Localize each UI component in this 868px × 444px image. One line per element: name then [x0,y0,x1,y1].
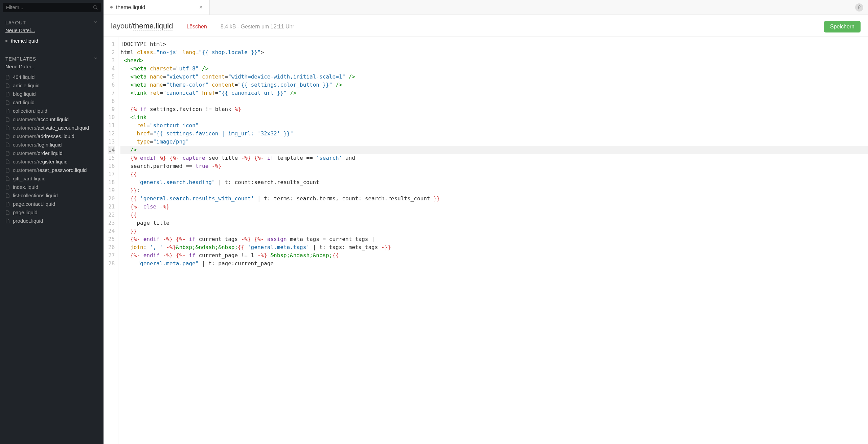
line-number: 6 [108,81,115,89]
file-item[interactable]: page.liquid [0,208,104,217]
line-number: 4 [108,65,115,73]
file-item[interactable]: customers/register.liquid [0,157,104,166]
file-item[interactable]: gift_card.liquid [0,174,104,183]
line-number: 11 [108,121,115,130]
code-line[interactable]: {% if settings.favicon != blank %} [120,105,868,113]
code-editor[interactable]: 1234567891011121314151617181920212223242… [104,37,868,444]
search-icon [93,5,98,10]
line-number: 5 [108,73,115,81]
file-label: collection.liquid [13,108,47,114]
section-header[interactable]: LAYOUT [0,15,104,27]
code-line[interactable]: search.performed == true -%} [120,162,868,170]
sidebar: LAYOUTNeue Datei...theme.liquidTEMPLATES… [0,0,104,444]
file-item[interactable]: customers/activate_account.liquid [0,124,104,132]
code-line[interactable]: join: ', ' -%}&nbsp;&ndash;&nbsp;{{ 'gen… [120,243,868,251]
file-item[interactable]: article.liquid [0,81,104,90]
file-item[interactable]: customers/reset_password.liquid [0,166,104,174]
line-number: 18 [108,178,115,186]
file-meta: 8.4 kB - Gestern um 12:11 Uhr [221,24,294,30]
code-line[interactable]: /> [120,146,868,154]
delete-link[interactable]: Löschen [186,24,207,30]
main-area: theme.liquid × β layout/theme.liquid Lös… [104,0,868,444]
code-line[interactable]: rel="shortcut icon" [120,121,868,130]
modified-dot-icon [110,6,113,8]
search-input[interactable] [6,5,91,10]
file-label: page.contact.liquid [13,201,55,207]
new-file-link[interactable]: Neue Datei... [0,27,104,37]
file-item[interactable]: theme.liquid [0,37,104,45]
code-line[interactable]: <link rel="canonical" href="{{ canonical… [120,89,868,97]
file-item[interactable]: blog.liquid [0,90,104,98]
tab-active[interactable]: theme.liquid × [104,0,210,15]
line-number: 16 [108,162,115,170]
line-number: 24 [108,227,115,235]
code-line[interactable]: <meta name="viewport" content="width=dev… [120,73,868,81]
code-line[interactable]: {%- else -%} [120,203,868,211]
file-label: list-collections.liquid [13,193,58,198]
file-item[interactable]: index.liquid [0,183,104,191]
file-label: customers/addresses.liquid [13,133,74,139]
file-item[interactable]: customers/order.liquid [0,149,104,157]
chevron-down-icon [93,56,98,62]
file-item[interactable]: 404.liquid [0,73,104,81]
file-item[interactable]: customers/addresses.liquid [0,132,104,140]
line-gutter: 1234567891011121314151617181920212223242… [104,37,118,444]
new-file-link[interactable]: Neue Datei... [0,63,104,73]
file-label: article.liquid [13,83,40,88]
file-label: gift_card.liquid [13,176,46,181]
code-line[interactable]: {{ 'general.search.results_with_count' |… [120,195,868,203]
code-line[interactable]: }} [120,227,868,235]
code-line[interactable] [120,97,868,105]
line-number: 1 [108,40,115,48]
file-icon [5,168,9,173]
code-line[interactable]: {{ [120,170,868,178]
file-label: blog.liquid [13,91,36,97]
code-line[interactable]: {% endif %} {%- capture seo_title -%} {%… [120,154,868,162]
line-number: 20 [108,195,115,203]
file-label: customers/login.liquid [13,142,62,148]
code-line[interactable]: "general.search.heading" | t: count:sear… [120,178,868,186]
tab-close-icon[interactable]: × [199,4,202,10]
code-line[interactable]: <link [120,113,868,121]
code-line[interactable]: <head> [120,57,868,65]
search-box[interactable] [3,3,101,12]
code-line[interactable]: {%- endif -%} {%- if current_tags -%} {%… [120,235,868,243]
file-label: customers/account.liquid [13,116,69,122]
code-line[interactable]: type="image/png" [120,138,868,146]
file-item[interactable]: customers/account.liquid [0,115,104,124]
section-header[interactable]: TEMPLATES [0,51,104,63]
tab-bar: theme.liquid × β [104,0,868,15]
file-item[interactable]: cart.liquid [0,98,104,107]
file-item[interactable]: collection.liquid [0,107,104,115]
code-line[interactable]: href="{{ settings.favicon | img_url: '32… [120,130,868,138]
file-item[interactable]: product.liquid [0,217,104,225]
file-list: theme.liquid [0,37,104,51]
code-line[interactable]: "general.meta.page" | t: page:current_pa… [120,260,868,268]
line-number: 9 [108,105,115,113]
code-line[interactable]: <meta charset="utf-8" /> [120,65,868,73]
breadcrumb: layout/theme.liquid [111,22,173,30]
breadcrumb-filename[interactable]: theme.liquid [133,22,173,30]
file-item[interactable]: page.contact.liquid [0,200,104,208]
file-icon [5,193,9,198]
code-line[interactable]: {{ [120,211,868,219]
file-item[interactable]: list-collections.liquid [0,191,104,200]
code-line[interactable]: {%- endif -%} {%- if current_page != 1 -… [120,251,868,260]
file-list: 404.liquidarticle.liquidblog.liquidcart.… [0,73,104,231]
file-icon [5,117,9,122]
file-item[interactable]: customers/login.liquid [0,140,104,149]
code-line[interactable]: page_title [120,219,868,227]
code-line[interactable]: html class="no-js" lang="{{ shop.locale … [120,48,868,57]
file-label: page.liquid [13,209,38,215]
code-content[interactable]: !DOCTYPE html>html class="no-js" lang="{… [118,37,868,444]
file-label: cart.liquid [13,99,35,105]
beta-badge: β [855,3,863,12]
code-line[interactable]: !DOCTYPE html> [120,40,868,48]
code-line[interactable]: <meta name="theme-color" content="{{ set… [120,81,868,89]
file-icon [5,210,9,215]
file-icon [5,151,9,156]
save-button[interactable]: Speichern [824,21,861,32]
file-icon [5,109,9,113]
line-number: 21 [108,203,115,211]
code-line[interactable]: }}: [120,186,868,195]
